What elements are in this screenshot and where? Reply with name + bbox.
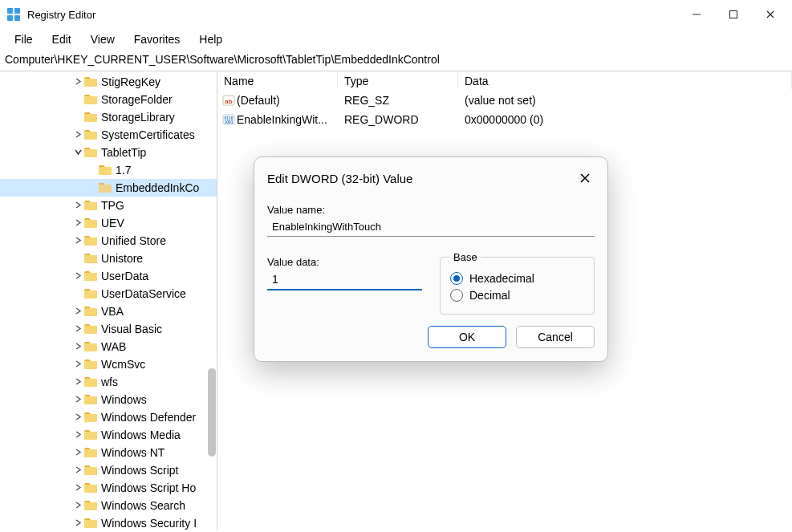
cancel-button[interactable]: Cancel (516, 326, 595, 348)
folder-icon (83, 305, 98, 318)
folder-icon (83, 428, 98, 441)
value-data-input[interactable] (267, 270, 422, 290)
chevron-icon[interactable] (72, 307, 83, 316)
tree-item-label: EmbeddedInkCo (116, 181, 199, 194)
radio-decimal[interactable]: Decimal (450, 289, 584, 302)
edit-dword-dialog: Edit DWORD (32-bit) Value Value name: En… (254, 156, 608, 362)
tree-item-label: Unistore (101, 252, 143, 265)
tree-item-label: Windows Defender (101, 411, 196, 424)
radio-hex-label: Hexadecimal (469, 272, 534, 285)
tree-item[interactable]: StorageLibrary (0, 108, 217, 126)
tree-item[interactable]: UserDataService (0, 285, 217, 303)
chevron-icon[interactable] (72, 501, 83, 510)
folder-icon (83, 93, 98, 106)
dialog-close-button[interactable] (575, 169, 595, 188)
titlebar: Registry Editor (0, 0, 792, 29)
tree-item-label: 1.7 (116, 164, 131, 177)
chevron-icon[interactable] (72, 448, 83, 457)
tree-item[interactable]: StorageFolder (0, 91, 217, 108)
folder-icon (83, 234, 98, 247)
tree-item[interactable]: TabletTip (0, 144, 217, 161)
tree-item[interactable]: Unistore (0, 250, 217, 267)
list-row[interactable]: ab (Default)REG_SZ(value not set) (217, 91, 792, 110)
value-icon: ab (217, 94, 235, 107)
col-header-data[interactable]: Data (458, 73, 792, 89)
chevron-icon[interactable] (72, 130, 83, 140)
tree-item-label: Visual Basic (101, 323, 162, 335)
radio-dot-dec[interactable] (450, 289, 463, 302)
window-title: Registry Editor (27, 9, 95, 21)
chevron-icon[interactable] (72, 412, 83, 422)
maximize-button[interactable] (715, 2, 752, 27)
ok-button[interactable]: OK (428, 326, 506, 348)
tree-item[interactable]: Visual Basic (0, 320, 217, 338)
tree-item[interactable]: Windows (0, 391, 217, 408)
tree-item[interactable]: Windows Defender (0, 408, 217, 426)
folder-icon (83, 411, 98, 424)
tree-item[interactable]: EmbeddedInkCo (0, 179, 217, 197)
chevron-icon[interactable] (72, 342, 83, 351)
tree-item[interactable]: Unified Store (0, 232, 217, 250)
tree-item[interactable]: StigRegKey (0, 73, 217, 91)
tree-item[interactable]: VBA (0, 303, 217, 320)
chevron-icon[interactable] (72, 465, 83, 475)
tree-item-label: StorageFolder (101, 93, 173, 106)
chevron-icon[interactable] (72, 324, 83, 334)
tree-item[interactable]: WAB (0, 338, 217, 355)
tree-item[interactable]: Windows Script Ho (0, 479, 217, 497)
menu-view[interactable]: View (81, 30, 124, 49)
folder-icon (83, 446, 98, 459)
tree-scrollbar[interactable] (208, 368, 216, 457)
folder-icon (83, 111, 98, 124)
tree-item[interactable]: WcmSvc (0, 355, 217, 373)
tree-item[interactable]: TPG (0, 197, 217, 214)
address-bar[interactable]: Computer\HKEY_CURRENT_USER\Software\Micr… (0, 50, 792, 71)
tree-item[interactable]: Windows Search (0, 497, 217, 514)
menu-favorites[interactable]: Favorites (124, 30, 190, 49)
tree-item[interactable]: Windows Security I (0, 514, 217, 531)
col-header-type[interactable]: Type (338, 73, 458, 89)
svg-text:1001: 1001 (224, 120, 233, 124)
radio-dot-hex[interactable] (450, 272, 463, 285)
folder-icon (83, 270, 98, 282)
menu-edit[interactable]: Edit (43, 30, 81, 49)
tree-item[interactable]: Windows Script (0, 461, 217, 479)
chevron-icon[interactable] (72, 377, 83, 387)
svg-rect-1 (14, 8, 20, 14)
tree-item[interactable]: UEV (0, 214, 217, 232)
chevron-icon[interactable] (72, 236, 83, 246)
svg-text:ab: ab (225, 98, 232, 105)
tree-item[interactable]: Windows Media (0, 426, 217, 444)
tree-pane[interactable]: StigRegKey StorageFolder StorageLibrary … (0, 71, 217, 531)
chevron-icon[interactable] (72, 359, 83, 369)
chevron-icon[interactable] (72, 271, 83, 281)
base-legend: Base (450, 251, 481, 263)
menu-file[interactable]: File (5, 30, 43, 49)
chevron-icon[interactable] (72, 201, 83, 210)
chevron-icon[interactable] (72, 430, 83, 440)
regedit-icon (6, 7, 21, 22)
chevron-icon[interactable] (72, 483, 83, 493)
close-button[interactable] (752, 2, 789, 27)
menu-help[interactable]: Help (189, 30, 232, 49)
tree-item[interactable]: 1.7 (0, 161, 217, 179)
chevron-icon[interactable] (72, 77, 83, 87)
list-row[interactable]: 0110 1001 EnableInkingWit...REG_DWORD0x0… (217, 110, 792, 129)
minimize-button[interactable] (678, 2, 715, 27)
cell-name: (Default) (235, 94, 338, 107)
folder-icon (83, 128, 98, 141)
tree-item[interactable]: SystemCertificates (0, 126, 217, 144)
tree-item-label: TPG (101, 199, 124, 212)
chevron-icon[interactable] (72, 518, 83, 528)
chevron-icon[interactable] (72, 218, 83, 228)
chevron-icon[interactable] (72, 395, 83, 404)
cell-data: 0x00000000 (0) (458, 113, 792, 126)
tree-item[interactable]: Windows NT (0, 444, 217, 461)
chevron-icon[interactable] (72, 148, 83, 157)
tree-item[interactable]: wfs (0, 373, 217, 391)
col-header-name[interactable]: Name (217, 73, 338, 89)
radio-hexadecimal[interactable]: Hexadecimal (450, 272, 584, 285)
tree-item[interactable]: UserData (0, 267, 217, 285)
tree-item-label: StigRegKey (101, 75, 160, 88)
value-name-label: Value name: (267, 204, 595, 216)
